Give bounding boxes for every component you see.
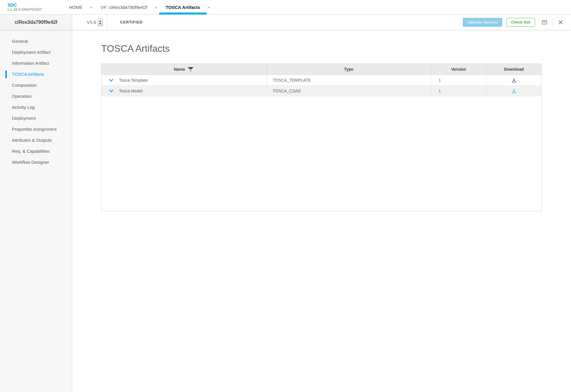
sidebar-item-general[interactable]: General: [0, 36, 72, 47]
toolbar-divider: [107, 15, 107, 30]
sidebar-item-attributes-outputs[interactable]: Attributes & Outputs: [0, 135, 72, 146]
entity-name-header: ciRes3da790f9e42f: [0, 15, 72, 30]
tab-vf[interactable]: VF: ciRes3da790f9e42f: [94, 0, 154, 14]
version-value: V1.0: [87, 20, 96, 25]
column-header-name[interactable]: Name: [101, 64, 266, 75]
toolbar: V1.0 CERTIFIED Upgrade Services Check Ou…: [72, 15, 571, 30]
body: General Deployment Artifact Information …: [0, 30, 571, 392]
sidebar-item-activity-log[interactable]: Activity Log: [0, 102, 72, 113]
sidebar-item-information-artifact[interactable]: Information Artifact: [0, 58, 72, 69]
download-icon[interactable]: [511, 88, 517, 94]
top-bar: SDC v.1.16.0-SNAPSHOT HOME ▸ VF: ciRes3d…: [0, 0, 571, 15]
artifact-type-cell: TOSCA_CSAR: [266, 86, 431, 96]
page-title: TOSCA Artifacts: [101, 43, 542, 54]
breadcrumb: HOME ▸ VF: ciRes3da790f9e42f ▸ TOSCA Art…: [62, 0, 212, 14]
column-header-version: Version: [431, 64, 486, 75]
sort-filter-icon: [187, 67, 194, 72]
caret-right-icon: ▸: [91, 5, 92, 9]
sidebar-item-tosca-artifacts[interactable]: TOSCA Artifacts: [0, 69, 72, 80]
download-icon[interactable]: [511, 77, 517, 83]
active-tab-underline: [159, 12, 207, 15]
sidebar-item-deployment-artifact[interactable]: Deployment Artifact: [0, 47, 72, 58]
table-header-row: Name Type Version Download: [101, 64, 541, 75]
sidebar-item-operation[interactable]: Operation: [0, 91, 72, 102]
artifact-download-cell: [486, 75, 541, 85]
artifact-name-cell: Tosca Model: [101, 86, 266, 96]
tosca-artifacts-table: Name Type Version Download: [101, 64, 542, 211]
sidebar-item-workflow-designer[interactable]: Workflow Designer: [0, 157, 72, 168]
lifecycle-status-badge: CERTIFIED: [120, 20, 143, 24]
check-out-button[interactable]: Check Out: [506, 18, 535, 27]
upgrade-services-button[interactable]: Upgrade Services: [463, 18, 502, 27]
artifact-type-cell: TOSCA_TEMPLATE: [266, 75, 431, 85]
printer-icon[interactable]: [541, 18, 548, 26]
caret-right-icon: ▸: [208, 5, 210, 9]
artifact-download-cell: [486, 86, 541, 96]
logo-text: SDC: [7, 2, 52, 7]
toolbar-divider: [553, 18, 553, 26]
column-header-type: Type: [266, 64, 431, 75]
table-row: Tosca Template TOSCA_TEMPLATE 1: [101, 75, 541, 86]
header-row: ciRes3da790f9e42f V1.0 CERTIFIED Upgrade…: [0, 15, 571, 30]
sidebar: General Deployment Artifact Information …: [0, 30, 72, 392]
sdc-logo: SDC v.1.16.0-SNAPSHOT: [7, 2, 52, 12]
toolbar-actions: Upgrade Services Check Out: [463, 18, 564, 27]
column-header-download: Download: [486, 64, 541, 75]
spinner-down-icon: [99, 23, 101, 24]
sidebar-item-deployment[interactable]: Deployment: [0, 113, 72, 124]
app-version: v.1.16.0-SNAPSHOT: [7, 7, 52, 12]
artifact-version-cell: 1: [431, 86, 486, 96]
spinner-up-icon: [99, 20, 101, 22]
active-item-indicator: [5, 70, 7, 78]
tab-tosca-artifacts[interactable]: TOSCA Artifacts: [159, 0, 207, 14]
table-row: Tosca Model TOSCA_CSAR 1: [101, 86, 541, 96]
tab-home[interactable]: HOME: [62, 0, 89, 14]
chevron-down-icon[interactable]: [109, 79, 114, 82]
artifact-version-cell: 1: [431, 75, 486, 85]
sidebar-item-properties-assignment[interactable]: Properties Assignment: [0, 124, 72, 135]
main-content: TOSCA Artifacts Name Type Version Do: [72, 30, 571, 392]
artifact-name-cell: Tosca Template: [101, 75, 266, 85]
sidebar-item-composition[interactable]: Composition: [0, 80, 72, 91]
sidebar-item-req-capabilities[interactable]: Req. & Capabilities: [0, 146, 72, 157]
close-icon[interactable]: [558, 19, 564, 25]
version-stepper[interactable]: [98, 18, 103, 26]
caret-right-icon: ▸: [156, 5, 157, 9]
chevron-down-icon[interactable]: [109, 89, 114, 92]
